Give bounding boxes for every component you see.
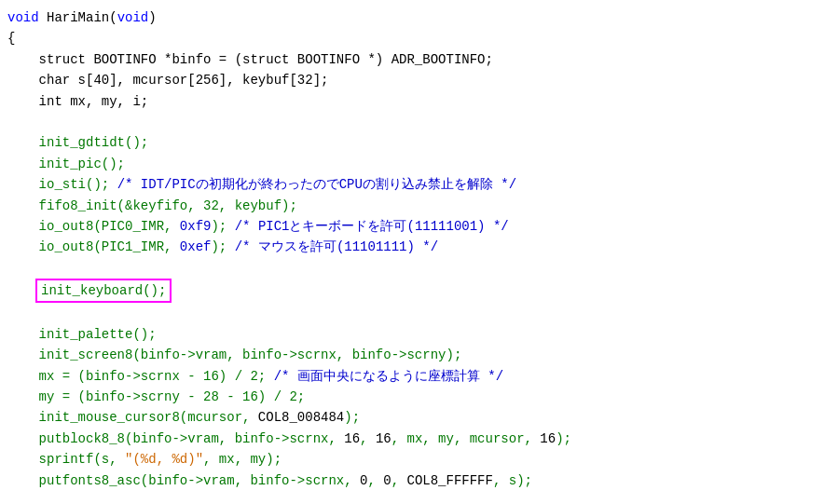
- code-line-23: putfonts8_asc(binfo->vram, binfo->scrnx,…: [0, 470, 838, 491]
- code-line-24: [0, 491, 838, 504]
- code-line-17: init_screen8(binfo->vram, binfo->scrnx, …: [0, 345, 838, 365]
- code-line-9: io_sti(); /* IDT/PICの初期化が終わったのでCPUの割り込み禁…: [0, 174, 838, 195]
- code-line-12: io_out8(PIC1_IMR, 0xef); /* マウスを許可(11101…: [0, 237, 838, 257]
- highlight-box-14: init_keyboard();: [35, 279, 172, 303]
- code-container: void HariMain(void){ struct BOOTINFO *bi…: [0, 0, 838, 504]
- code-lines: void HariMain(void){ struct BOOTINFO *bi…: [0, 7, 838, 504]
- code-line-16: init_palette();: [0, 324, 838, 345]
- code-line-2: {: [0, 28, 838, 48]
- code-line-14: init_keyboard();: [0, 279, 838, 303]
- code-line-22: sprintf(s, "(%d, %d)", mx, my);: [0, 449, 838, 470]
- code-line-13: [0, 258, 838, 279]
- code-line-21: putblock8_8(binfo->vram, binfo->scrnx, 1…: [0, 429, 838, 449]
- code-line-7: init_gdtidt();: [0, 132, 838, 153]
- code-line-4: char s[40], mcursor[256], keybuf[32];: [0, 70, 838, 90]
- code-line-1: void HariMain(void): [0, 7, 838, 28]
- code-line-20: init_mouse_cursor8(mcursor, COL8_008484)…: [0, 407, 838, 428]
- code-line-11: io_out8(PIC0_IMR, 0xf9); /* PIC1とキーボードを許…: [0, 216, 838, 237]
- code-line-3: struct BOOTINFO *binfo = (struct BOOTINF…: [0, 49, 838, 70]
- code-line-8: init_pic();: [0, 154, 838, 174]
- code-line-6: [0, 112, 838, 132]
- code-line-15: [0, 303, 838, 323]
- code-line-10: fifo8_init(&keyfifo, 32, keybuf);: [0, 196, 838, 216]
- code-line-19: my = (binfo->scrny - 28 - 16) / 2;: [0, 387, 838, 407]
- code-line-18: mx = (binfo->scrnx - 16) / 2; /* 画面中央になる…: [0, 366, 838, 387]
- code-line-5: int mx, my, i;: [0, 91, 838, 112]
